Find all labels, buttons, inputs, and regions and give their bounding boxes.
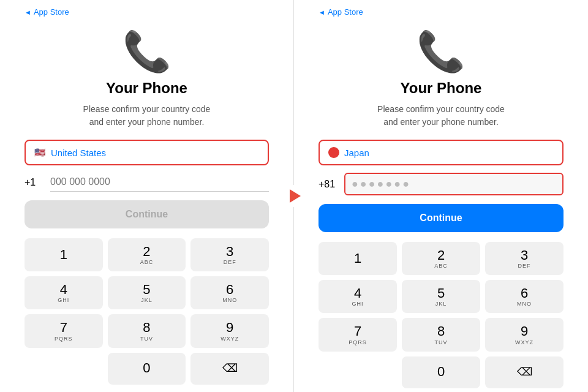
key-delete-left[interactable]: ⌫ <box>190 353 269 385</box>
key-3-left[interactable]: 3DEF <box>190 238 269 271</box>
country-name-left: United States <box>51 148 106 158</box>
key-0-right[interactable]: 0 <box>402 356 480 388</box>
key-8-left[interactable]: 8TUV <box>108 314 186 347</box>
continue-button-left[interactable]: Continue <box>24 200 269 228</box>
title-right: Your Phone <box>401 80 482 97</box>
key-1-left[interactable]: 1 <box>24 238 103 271</box>
key-9-left[interactable]: 9WXYZ <box>190 314 269 347</box>
keypad-left: 1 2ABC 3DEF 4GHI 5JKL 6MNO 7PQRS 8TUV 9W… <box>24 238 269 385</box>
subtitle-left: Please confirm your country code and ent… <box>83 103 211 129</box>
phone-icon-left: 📞 <box>123 29 172 75</box>
phone-row-right: +81 <box>318 173 564 195</box>
key-8-right[interactable]: 8TUV <box>402 318 480 351</box>
key-3-right[interactable]: 3DEF <box>485 242 564 275</box>
key-delete-right[interactable]: ⌫ <box>485 356 564 388</box>
country-flag-right <box>328 147 339 158</box>
key-2-left[interactable]: 2ABC <box>108 238 186 271</box>
key-0-left[interactable]: 0 <box>108 353 186 385</box>
country-selector-right[interactable]: Japan <box>318 140 564 165</box>
key-empty-right <box>318 356 397 388</box>
phone-input-right[interactable] <box>344 173 564 195</box>
subtitle-right: Please confirm your country code and ent… <box>377 103 505 129</box>
key-5-left[interactable]: 5JKL <box>108 276 186 309</box>
back-link-right[interactable]: App Store <box>318 0 564 17</box>
country-code-left: +1 <box>24 177 44 188</box>
key-7-left[interactable]: 7PQRS <box>24 314 103 347</box>
key-7-right[interactable]: 7PQRS <box>318 318 397 351</box>
arrow-icon <box>290 189 301 203</box>
phone-row-left: +1 <box>24 173 269 192</box>
key-6-left[interactable]: 6MNO <box>190 276 269 309</box>
country-flag-left: 🇺🇸 <box>34 147 46 158</box>
key-9-right[interactable]: 9WXYZ <box>485 318 564 351</box>
continue-button-right[interactable]: Continue <box>318 204 564 232</box>
key-2-right[interactable]: 2ABC <box>402 242 480 275</box>
key-empty-left <box>24 353 103 385</box>
key-4-right[interactable]: 4GHI <box>318 280 397 313</box>
phone-icon-right: 📞 <box>417 29 466 75</box>
title-left: Your Phone <box>106 80 187 97</box>
country-code-right: +81 <box>318 179 338 190</box>
key-6-right[interactable]: 6MNO <box>485 280 564 313</box>
key-4-left[interactable]: 4GHI <box>24 276 103 309</box>
screen-right: App Store 📞 Your Phone Please confirm yo… <box>294 0 588 392</box>
key-5-right[interactable]: 5JKL <box>402 280 480 313</box>
back-label-left: App Store <box>34 7 69 17</box>
keypad-right: 1 2ABC 3DEF 4GHI 5JKL 6MNO 7PQRS 8TUV 9W… <box>318 242 564 388</box>
back-label-right: App Store <box>328 7 363 17</box>
key-1-right[interactable]: 1 <box>318 242 397 275</box>
screen-left: App Store 📞 Your Phone Please confirm yo… <box>0 0 294 392</box>
country-selector-left[interactable]: 🇺🇸 United States <box>24 140 269 165</box>
phone-input-left[interactable] <box>50 173 269 192</box>
back-link-left[interactable]: App Store <box>24 0 269 17</box>
country-name-right: Japan <box>344 148 369 158</box>
arrow-divider <box>283 185 305 207</box>
